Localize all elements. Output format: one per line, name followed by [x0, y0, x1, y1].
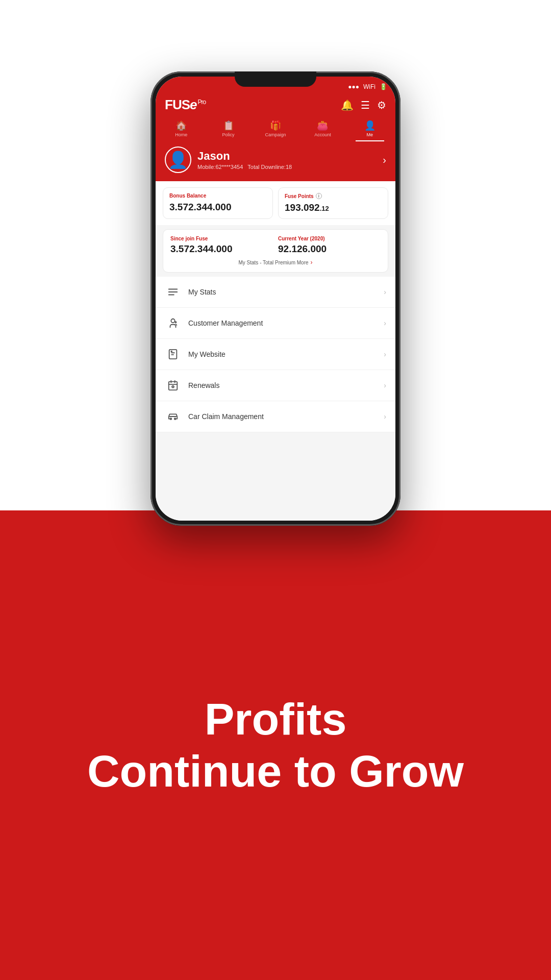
stats-link-chevron-icon: › [311, 259, 313, 266]
home-icon: 🏠 [176, 120, 187, 131]
fuse-points-value: 193.092.12 [285, 202, 382, 213]
header-icons: 🔔 ☰ ⚙ [341, 99, 386, 111]
car-claim-label: Car Claim Management [188, 412, 384, 421]
phone-container: ●●● WiFi 🔋 FUSePro 🔔 ☰ ⚙ [151, 71, 400, 526]
bottom-section: Profits Continue to Grow [0, 510, 551, 980]
current-year-value: 92.126.000 [278, 243, 381, 255]
car-claim-icon [167, 411, 179, 422]
profile-mobile: Mobile:62****3454 [197, 164, 243, 170]
svg-point-5 [171, 351, 172, 352]
avatar-icon: 👤 [168, 150, 188, 169]
menu-list: My Stats › Customer Mana [156, 277, 395, 432]
customer-management-label: Customer Management [188, 319, 384, 327]
white-content: Bonus Balance 3.572.344.000 Fuse Points … [156, 181, 395, 521]
car-claim-icon-wrap [165, 408, 181, 425]
my-website-icon-wrap [165, 346, 181, 362]
logo-pro: Pro [197, 99, 206, 106]
fuse-points-card: Fuse Points i 193.092.12 [278, 187, 388, 219]
tagline-line2: Continue to Grow [87, 745, 464, 797]
customer-management-chevron-icon: › [384, 319, 386, 327]
menu-icon[interactable]: ☰ [361, 99, 370, 111]
svg-point-11 [170, 418, 172, 420]
battery-icon: 🔋 [380, 83, 387, 90]
renewals-icon [167, 380, 179, 391]
me-icon: 👤 [364, 120, 375, 131]
premium-section: Since join Fuse 3.572.344.000 Current Ye… [163, 229, 388, 273]
customer-management-icon-wrap [165, 315, 181, 331]
phone-frame: ●●● WiFi 🔋 FUSePro 🔔 ☰ ⚙ [151, 71, 400, 526]
my-stats-icon-wrap [165, 284, 181, 300]
my-stats-chevron-icon: › [384, 288, 386, 296]
since-join-label: Since join Fuse [170, 236, 273, 241]
phone-screen: ●●● WiFi 🔋 FUSePro 🔔 ☰ ⚙ [156, 77, 395, 521]
nav-policy[interactable]: 📋 Policy [205, 117, 252, 138]
my-website-label: My Website [188, 350, 384, 358]
current-year-label: Current Year (2020) [278, 236, 381, 241]
campaign-icon: 🎁 [270, 120, 281, 131]
svg-point-3 [171, 319, 174, 323]
app-header: FUSePro 🔔 ☰ ⚙ [156, 95, 395, 117]
settings-icon[interactable]: ⚙ [377, 99, 386, 111]
profile-chevron-icon: › [383, 154, 386, 166]
since-join-col: Since join Fuse 3.572.344.000 [170, 236, 273, 255]
wifi-icon: WiFi [363, 83, 375, 90]
profile-name: Jason [197, 150, 383, 163]
menu-item-renewals[interactable]: Renewals › [156, 370, 395, 401]
policy-icon: 📋 [223, 120, 234, 131]
nav-campaign[interactable]: 🎁 Campaign [252, 117, 299, 138]
premium-row: Since join Fuse 3.572.344.000 Current Ye… [170, 236, 381, 255]
stats-row-top: Bonus Balance 3.572.344.000 Fuse Points … [156, 181, 395, 225]
renewals-chevron-icon: › [384, 381, 386, 389]
fuse-points-label: Fuse Points i [285, 193, 382, 199]
nav-me[interactable]: 👤 Me [346, 117, 393, 138]
renewals-icon-wrap [165, 377, 181, 394]
menu-item-my-stats[interactable]: My Stats › [156, 277, 395, 308]
avatar: 👤 [165, 146, 191, 173]
tagline-line1: Profits [205, 693, 347, 745]
my-website-chevron-icon: › [384, 350, 386, 358]
nav-home-label: Home [175, 132, 187, 137]
nav-me-label: Me [367, 132, 373, 137]
profile-info: Jason Mobile:62****3454 Total Downline:1… [197, 150, 383, 170]
nav-policy-label: Policy [222, 132, 235, 137]
nav-account-label: Account [314, 132, 331, 137]
notification-icon[interactable]: 🔔 [341, 99, 354, 111]
app-logo: FUSePro [165, 97, 206, 113]
signal-icon: ●●● [348, 83, 359, 90]
bonus-balance-card: Bonus Balance 3.572.344.000 [163, 187, 273, 219]
svg-point-4 [175, 321, 177, 323]
nav-home[interactable]: 🏠 Home [158, 117, 205, 138]
info-icon: i [316, 193, 322, 199]
menu-item-customer-management[interactable]: Customer Management › [156, 308, 395, 339]
profile-section[interactable]: 👤 Jason Mobile:62****3454 Total Downline… [156, 141, 395, 181]
nav-account[interactable]: 👛 Account [299, 117, 346, 138]
car-claim-chevron-icon: › [384, 412, 386, 421]
menu-item-my-website[interactable]: My Website › [156, 339, 395, 370]
customer-management-icon [167, 317, 179, 329]
account-icon: 👛 [317, 120, 328, 131]
logo-text: FUSePro [165, 97, 206, 113]
svg-point-12 [174, 418, 176, 420]
profile-mobile-downline: Mobile:62****3454 Total Downline:18 [197, 164, 383, 170]
bottom-nav: 🏠 Home 📋 Policy 🎁 Campaign 👛 Account [156, 117, 395, 141]
profile-downline: Total Downline:18 [247, 164, 292, 170]
current-year-col: Current Year (2020) 92.126.000 [278, 236, 381, 255]
stats-link[interactable]: My Stats - Total Premium More › [170, 259, 381, 266]
my-stats-icon [167, 286, 179, 298]
phone-notch [235, 71, 316, 87]
status-icons: ●●● WiFi 🔋 [348, 83, 387, 90]
my-stats-label: My Stats [188, 288, 384, 296]
renewals-label: Renewals [188, 381, 384, 389]
nav-campaign-label: Campaign [265, 132, 286, 137]
menu-item-car-claim[interactable]: Car Claim Management › [156, 401, 395, 432]
my-website-icon [167, 349, 179, 360]
since-join-value: 3.572.344.000 [170, 243, 273, 255]
bonus-value: 3.572.344.000 [169, 202, 266, 213]
bonus-label: Bonus Balance [169, 193, 266, 199]
